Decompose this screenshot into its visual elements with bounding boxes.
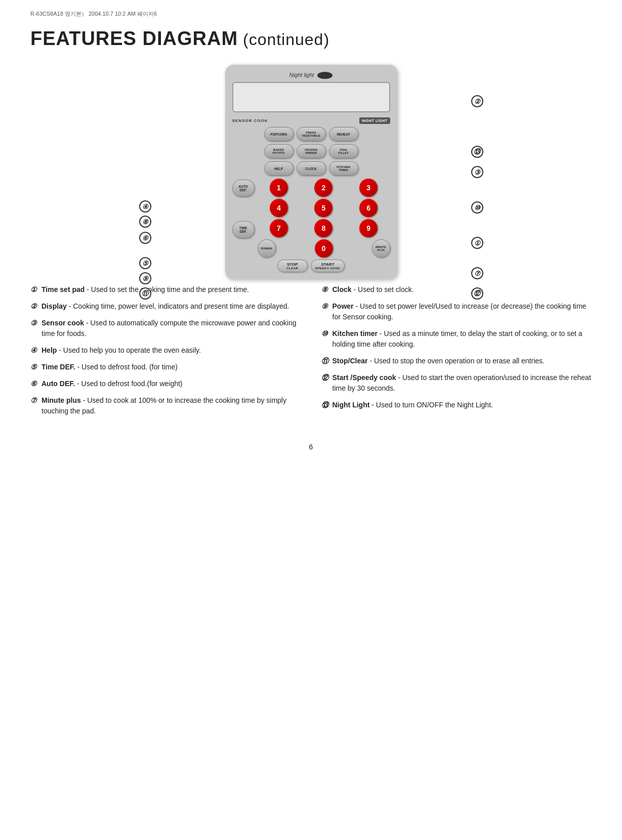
sensor-cook-row2: BAKEDPOTATO FROZENDINNER FISHFILLET [232,144,390,158]
desc-item-11: ⑪ Stop/Clear - Used to stop the oven ope… [321,356,592,366]
num-5-btn[interactable]: 5 [314,199,333,217]
diagram-wrapper: ② ⑬ ③ ⑩ ④ ⑧ ⑥ ① ⑤ ⑨ ⑦ ⑪ ⑫ Night light [134,65,488,279]
kitchen-timer-btn[interactable]: KITCHENTIMER [329,161,358,176]
def-buttons: AUTODEF. TIMEDEF. [232,179,255,238]
num-4-btn[interactable]: 4 [270,199,288,217]
desc-item-7: ⑦ Minute plus - Used to cook at 100% or … [30,395,301,416]
panel-wrapper: ② ⑬ ③ ⑩ ④ ⑧ ⑥ ① ⑤ ⑨ ⑦ ⑪ ⑫ Night light [134,65,488,279]
desc-item-1: ① Time set pad - Used to set the cooking… [30,284,301,295]
num-1-btn[interactable]: 1 [270,179,288,197]
callout-4: ④ [139,200,151,213]
page-number: 6 [30,443,592,451]
callout-13: ⑬ [471,146,483,158]
num-0-btn[interactable]: 0 [315,239,333,258]
title-main: FEATURES DIAGRAM [30,28,238,49]
header-text: R-63CS8A18 영기본） 2004.10.7 10:2 AM 페이지6 [30,11,157,17]
baked-potato-btn[interactable]: BAKEDPOTATO [264,144,294,158]
function-row: HELP CLOCK KITCHENTIMER [232,161,390,176]
callout-5: ⑤ [139,257,151,269]
minute-plus-btn[interactable]: MINUTEPLUS [372,239,390,258]
time-def-btn[interactable]: TIMEDEF. [232,221,255,238]
desc-item-6: ⑥ Auto DEF. - Used to defrost food.(for … [30,379,301,389]
auto-def-btn[interactable]: AUTODEF. [232,180,255,197]
callout-7: ⑦ [471,267,483,279]
reheat-btn[interactable]: REHEAT [329,127,358,141]
fresh-vegetable-btn[interactable]: FRESHVEGETABLE [297,127,326,141]
callout-6: ⑥ [139,232,151,244]
title-sub: (continued) [238,30,329,49]
sensor-cook-label: SENSOR COOK [232,118,268,123]
num-9-btn[interactable]: 9 [359,219,378,237]
callout-10: ⑩ [471,201,483,214]
help-btn[interactable]: HELP [264,161,294,176]
stop-clear-btn[interactable]: STOP CLEAR [277,260,308,272]
sensor-cook-row1: POPCORN FRESHVEGETABLE REHEAT [232,127,390,141]
night-light-text: Night light [289,72,314,78]
fish-fillet-btn[interactable]: FISHFILLET [329,144,358,158]
desc-item-10: ⑩ Kitchen timer - Used as a minute timer… [321,328,592,350]
desc-item-3: ③ Sensor cook - Used to automatically co… [30,318,301,339]
callout-3: ③ [471,166,483,178]
night-light-label: Night light [232,72,390,79]
num-6-btn[interactable]: 6 [359,199,378,217]
header-bar: R-63CS8A18 영기본） 2004.10.7 10:2 AM 페이지6 [30,10,592,18]
frozen-dinner-btn[interactable]: FROZENDINNER [297,144,326,158]
callout-9: ⑨ [139,272,151,284]
power-btn[interactable]: POWER [258,239,276,258]
popcorn-btn[interactable]: POPCORN [264,127,294,141]
clock-btn[interactable]: CLOCK [297,161,326,176]
display-window [232,82,390,112]
desc-col-left: ① Time set pad - Used to set the cooking… [30,284,301,423]
page-title: FEATURES DIAGRAM (continued) [30,28,592,50]
desc-item-9: ⑨ Power - Used to set power level/Used t… [321,301,592,322]
action-row: STOP CLEAR START SPEEDY COOK [232,260,390,272]
main-control-area: AUTODEF. TIMEDEF. 1 2 3 4 5 [232,179,390,258]
desc-item-12: ⑫ Start /Speedy cook - Used to start the… [321,372,592,394]
sensor-cook-row: SENSOR COOK NIGHT LIGHT [232,117,390,124]
desc-item-13: ⑬ Night Light - Used to turn ON/OFF the … [321,400,592,410]
desc-item-2: ② Display - Cooking time, power level, i… [30,301,301,312]
num-8-btn[interactable]: 8 [314,219,333,237]
num-3-btn[interactable]: 3 [359,179,378,197]
desc-col-right: ⑧ Clock - Used to set clock. ⑨ Power - U… [321,284,592,423]
callout-12: ⑫ [471,287,483,300]
start-speedy-cook-btn[interactable]: START SPEEDY COOK [311,260,345,272]
descriptions: ① Time set pad - Used to set the cooking… [30,284,592,423]
num-7-btn[interactable]: 7 [270,219,288,237]
numpad-area: 1 2 3 4 5 6 7 8 9 [258,179,390,258]
microwave-panel: Night light SENSOR COOK NIGHT LIGHT POPC… [225,65,397,279]
desc-item-8: ⑧ Clock - Used to set clock. [321,284,592,295]
callout-1: ① [471,237,483,249]
callout-8: ⑧ [139,216,151,228]
desc-item-5: ⑤ Time DEF. - Used to defrost food. (for… [30,362,301,372]
num-2-btn[interactable]: 2 [314,179,333,197]
desc-item-4: ④ Help - Used to help you to operate the… [30,345,301,356]
page-number-text: 6 [309,443,313,451]
callout-11: ⑪ [139,287,151,300]
night-light-btn[interactable]: NIGHT LIGHT [359,117,390,124]
callout-2: ② [471,95,483,107]
